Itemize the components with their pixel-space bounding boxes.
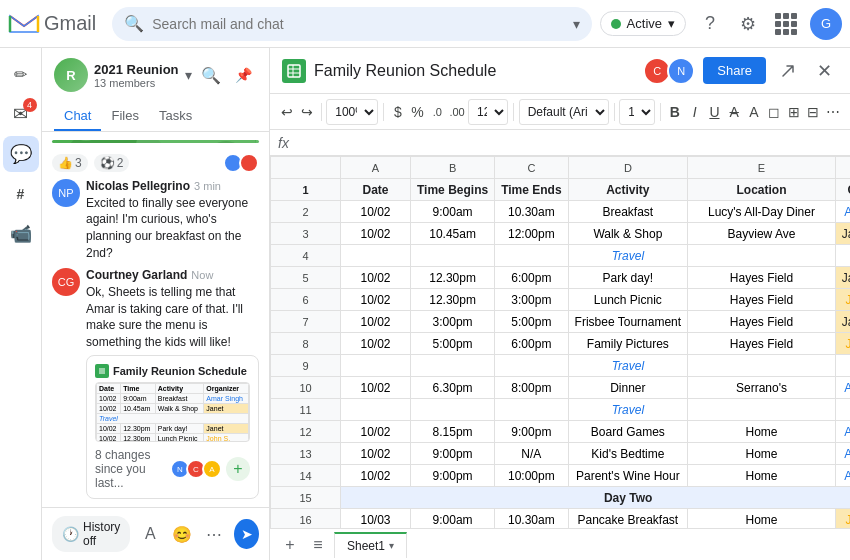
row-num-7[interactable]: 7	[271, 311, 341, 333]
row-num-11[interactable]: 11	[271, 399, 341, 421]
cell-begin-4[interactable]	[411, 245, 495, 267]
nav-chat[interactable]: 💬	[3, 136, 39, 172]
col-d[interactable]: D	[568, 157, 688, 179]
cell-organizer-4[interactable]	[835, 245, 850, 267]
borders-button[interactable]: ⊞	[785, 99, 803, 125]
col-a[interactable]: A	[341, 157, 411, 179]
col-f[interactable]: F	[835, 157, 850, 179]
cell-location-13[interactable]: Home	[688, 443, 836, 465]
row-num-15[interactable]: 15	[271, 487, 341, 509]
cell-location-8[interactable]: Hayes Field	[688, 333, 836, 355]
text-color-button[interactable]: A	[745, 99, 763, 125]
text-format-button[interactable]: A	[136, 520, 164, 548]
cell-begin-2[interactable]: 9:00am	[411, 201, 495, 223]
cell-begin-8[interactable]: 5:00pm	[411, 333, 495, 355]
cell-end-13[interactable]: N/A	[495, 443, 568, 465]
cell-date-16[interactable]: 10/03	[341, 509, 411, 529]
cell-organizer-10[interactable]: Amar Singh	[835, 377, 850, 399]
formula-input[interactable]	[295, 135, 842, 150]
cell-end-8[interactable]: 6:00pm	[495, 333, 568, 355]
cell-activity-12[interactable]: Board Games	[568, 421, 688, 443]
cell-e1[interactable]: Location	[688, 179, 836, 201]
merge-button[interactable]: ⊟	[804, 99, 822, 125]
nav-meet[interactable]: 📹	[3, 216, 39, 252]
row-num-2[interactable]: 2	[271, 201, 341, 223]
cell-date-15[interactable]: Day Two	[341, 487, 851, 509]
cell-date-9[interactable]	[341, 355, 411, 377]
dollar-button[interactable]: $	[389, 99, 407, 125]
cell-activity-8[interactable]: Family Pictures	[568, 333, 688, 355]
row-num-4[interactable]: 4	[271, 245, 341, 267]
cell-end-7[interactable]: 5:00pm	[495, 311, 568, 333]
tab-chat[interactable]: Chat	[54, 102, 101, 131]
cell-date-11[interactable]	[341, 399, 411, 421]
add-sheet-button[interactable]: +	[278, 533, 302, 557]
strikethrough-button[interactable]: A	[725, 99, 743, 125]
cell-begin-9[interactable]	[411, 355, 495, 377]
cell-activity-14[interactable]: Parent's Wine Hour	[568, 465, 688, 487]
cell-begin-11[interactable]	[411, 399, 495, 421]
cell-location-10[interactable]: Serrano's	[688, 377, 836, 399]
cell-end-16[interactable]: 10.30am	[495, 509, 568, 529]
close-sheets-button[interactable]: ✕	[810, 57, 838, 85]
cell-begin-6[interactable]: 12.30pm	[411, 289, 495, 311]
pin-button[interactable]: 📌	[229, 61, 257, 89]
row-num-16[interactable]: 16	[271, 509, 341, 529]
cell-date-2[interactable]: 10/02	[341, 201, 411, 223]
cell-organizer-6[interactable]: John Smith	[835, 289, 850, 311]
row-num-3[interactable]: 3	[271, 223, 341, 245]
search-input[interactable]	[152, 16, 564, 32]
cell-begin-10[interactable]: 6.30pm	[411, 377, 495, 399]
italic-button[interactable]: I	[686, 99, 704, 125]
cell-location-4[interactable]	[688, 245, 836, 267]
cell-end-6[interactable]: 3:00pm	[495, 289, 568, 311]
cell-organizer-13[interactable]: Amar Singh	[835, 443, 850, 465]
cell-end-10[interactable]: 8:00pm	[495, 377, 568, 399]
cell-begin-3[interactable]: 10.45am	[411, 223, 495, 245]
cell-activity-13[interactable]: Kid's Bedtime	[568, 443, 688, 465]
cell-activity-9[interactable]: Travel	[568, 355, 688, 377]
cell-location-6[interactable]: Hayes Field	[688, 289, 836, 311]
cell-begin-12[interactable]: 8.15pm	[411, 421, 495, 443]
cell-end-11[interactable]	[495, 399, 568, 421]
cell-date-10[interactable]: 10/02	[341, 377, 411, 399]
cell-date-8[interactable]: 10/02	[341, 333, 411, 355]
cell-date-3[interactable]: 10/02	[341, 223, 411, 245]
cell-a1[interactable]: Date	[341, 179, 411, 201]
zoom-select[interactable]: 100%	[326, 99, 378, 125]
col-b[interactable]: B	[411, 157, 495, 179]
cell-end-2[interactable]: 10.30am	[495, 201, 568, 223]
cell-end-3[interactable]: 12:00pm	[495, 223, 568, 245]
cell-date-5[interactable]: 10/02	[341, 267, 411, 289]
cell-activity-7[interactable]: Frisbee Tournament	[568, 311, 688, 333]
font-size-select[interactable]: 11	[619, 99, 655, 125]
row-num-10[interactable]: 10	[271, 377, 341, 399]
cell-end-5[interactable]: 6:00pm	[495, 267, 568, 289]
cell-begin-14[interactable]: 9:00pm	[411, 465, 495, 487]
cell-activity-10[interactable]: Dinner	[568, 377, 688, 399]
user-avatar[interactable]: G	[810, 8, 842, 40]
send-button[interactable]: ➤	[234, 519, 259, 549]
search-chat-button[interactable]: 🔍	[197, 61, 225, 89]
cell-location-2[interactable]: Lucy's All-Day Diner	[688, 201, 836, 223]
cell-end-9[interactable]	[495, 355, 568, 377]
cell-location-7[interactable]: Hayes Field	[688, 311, 836, 333]
row-num-1[interactable]: 1	[271, 179, 341, 201]
undo-button[interactable]: ↩	[278, 99, 296, 125]
history-off-button[interactable]: 🕐 History off	[52, 516, 130, 552]
cell-location-3[interactable]: Bayview Ave	[688, 223, 836, 245]
tab-tasks[interactable]: Tasks	[149, 102, 202, 131]
shared-card[interactable]: Family Reunion Schedule DateTimeActivity…	[86, 355, 259, 499]
underline-button[interactable]: U	[706, 99, 724, 125]
cell-activity-6[interactable]: Lunch Picnic	[568, 289, 688, 311]
row-num-14[interactable]: 14	[271, 465, 341, 487]
cell-b1[interactable]: Time Begins	[411, 179, 495, 201]
row-num-6[interactable]: 6	[271, 289, 341, 311]
cell-begin-5[interactable]: 12.30pm	[411, 267, 495, 289]
cell-date-13[interactable]: 10/02	[341, 443, 411, 465]
share-button[interactable]: Share	[703, 57, 766, 84]
spreadsheet-area[interactable]: A B C D E F G 1 Date Time Begins	[270, 156, 850, 528]
decimal-more-button[interactable]: .00	[448, 99, 466, 125]
help-button[interactable]: ?	[696, 10, 724, 38]
open-in-sheets-button[interactable]	[774, 57, 802, 85]
